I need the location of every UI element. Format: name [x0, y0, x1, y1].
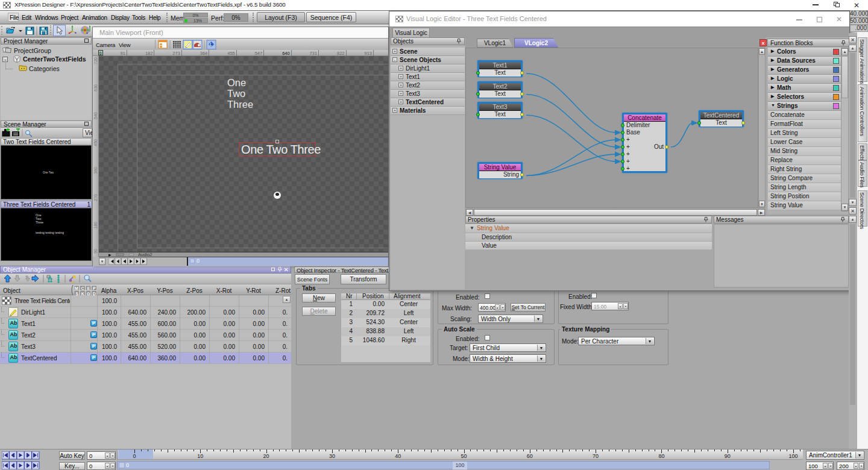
- svg-text:E: E: [87, 286, 90, 290]
- svg-text:C: C: [81, 286, 84, 290]
- svg-text:M: M: [75, 286, 78, 290]
- svg-text:P: P: [93, 286, 96, 290]
